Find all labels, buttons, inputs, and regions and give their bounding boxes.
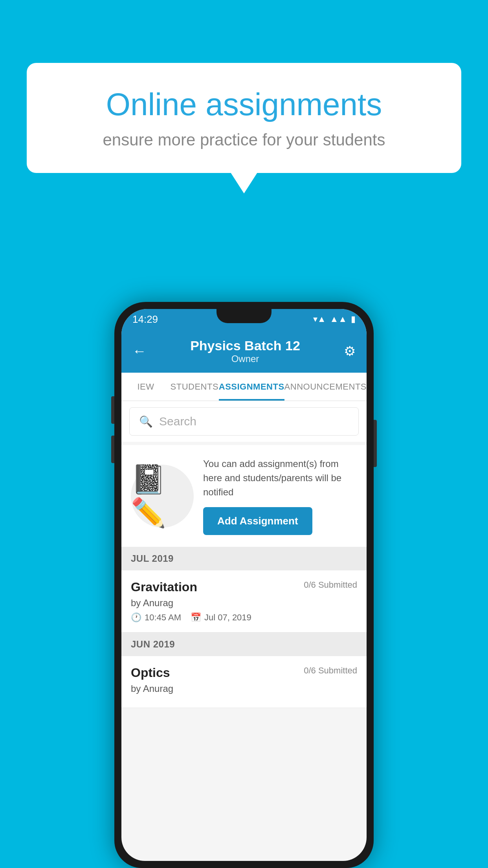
promo-area: 📓✏️ You can add assignment(s) from here …	[121, 445, 367, 547]
search-placeholder: Search	[159, 415, 196, 428]
promo-text: You can add assignment(s) from here and …	[203, 457, 357, 499]
header-title-area: Physics Batch 12 Owner	[190, 338, 300, 364]
add-assignment-button[interactable]: Add Assignment	[203, 507, 312, 535]
clock-icon: 🕐	[131, 612, 141, 623]
status-time: 14:29	[132, 313, 158, 326]
assignment-item-optics[interactable]: Optics 0/6 Submitted by Anurag	[121, 656, 367, 708]
wifi-icon: ▾▲	[313, 314, 326, 324]
search-bar[interactable]: 🔍 Search	[129, 407, 359, 436]
phone-screen: 14:29 ▾▲ ▲▲ ▮ ← Physics Batch 12 Owner ⚙…	[121, 309, 367, 861]
assignment-top: Gravitation 0/6 Submitted	[131, 580, 357, 594]
tab-announcements-label: ANNOUNCEMENTS	[284, 382, 367, 392]
speech-bubble: Online assignments ensure more practice …	[27, 63, 461, 173]
volume-up-button	[111, 396, 114, 424]
speech-bubble-title: Online assignments	[54, 86, 434, 123]
promo-right: You can add assignment(s) from here and …	[203, 457, 357, 535]
batch-role: Owner	[190, 353, 300, 364]
promo-icon-circle: 📓✏️	[131, 465, 194, 528]
tab-overview[interactable]: IEW	[121, 373, 170, 401]
tab-students[interactable]: STUDENTS	[170, 373, 219, 401]
tab-assignments[interactable]: ASSIGNMENTS	[219, 373, 284, 401]
tab-overview-label: IEW	[137, 382, 154, 392]
assignment-author-gravitation: by Anurag	[131, 598, 357, 609]
tab-assignments-label: ASSIGNMENTS	[219, 382, 284, 392]
section-header-jul: JUL 2019	[121, 547, 367, 570]
notebook-icon: 📓✏️	[131, 463, 194, 530]
tabs-bar: IEW STUDENTS ASSIGNMENTS ANNOUNCEMENTS	[121, 373, 367, 401]
assignment-title-gravitation: Gravitation	[131, 580, 197, 594]
meta-time-gravitation: 🕐 10:45 AM	[131, 612, 181, 623]
assignment-title-optics: Optics	[131, 666, 170, 680]
app-header: ← Physics Batch 12 Owner ⚙	[121, 329, 367, 373]
search-container: 🔍 Search	[121, 401, 367, 442]
assignment-meta-gravitation: 🕐 10:45 AM 📅 Jul 07, 2019	[131, 612, 357, 623]
power-button	[374, 420, 377, 467]
assignment-submitted-gravitation: 0/6 Submitted	[304, 580, 357, 590]
meta-date-gravitation: 📅 Jul 07, 2019	[191, 612, 251, 623]
assignment-submitted-optics: 0/6 Submitted	[304, 666, 357, 676]
assignment-date-gravitation: Jul 07, 2019	[204, 612, 251, 623]
search-icon: 🔍	[139, 415, 153, 428]
phone-notch	[216, 309, 272, 323]
phone-frame: 14:29 ▾▲ ▲▲ ▮ ← Physics Batch 12 Owner ⚙…	[114, 302, 374, 868]
battery-icon: ▮	[351, 314, 356, 324]
assignment-item-gravitation[interactable]: Gravitation 0/6 Submitted by Anurag 🕐 10…	[121, 570, 367, 633]
back-button[interactable]: ←	[132, 343, 147, 359]
section-header-jun: JUN 2019	[121, 633, 367, 656]
tab-students-label: STUDENTS	[171, 382, 219, 392]
batch-title: Physics Batch 12	[190, 338, 300, 353]
settings-icon[interactable]: ⚙	[344, 343, 356, 359]
speech-bubble-subtitle: ensure more practice for your students	[54, 131, 434, 149]
status-icons: ▾▲ ▲▲ ▮	[313, 314, 356, 324]
assignment-top-optics: Optics 0/6 Submitted	[131, 666, 357, 680]
tab-announcements[interactable]: ANNOUNCEMENTS	[284, 373, 367, 401]
calendar-icon: 📅	[191, 612, 201, 623]
volume-down-button	[111, 436, 114, 463]
speech-bubble-container: Online assignments ensure more practice …	[27, 63, 461, 173]
assignment-time-gravitation: 10:45 AM	[145, 612, 181, 623]
signal-icon: ▲▲	[330, 314, 347, 324]
assignment-author-optics: by Anurag	[131, 683, 357, 694]
